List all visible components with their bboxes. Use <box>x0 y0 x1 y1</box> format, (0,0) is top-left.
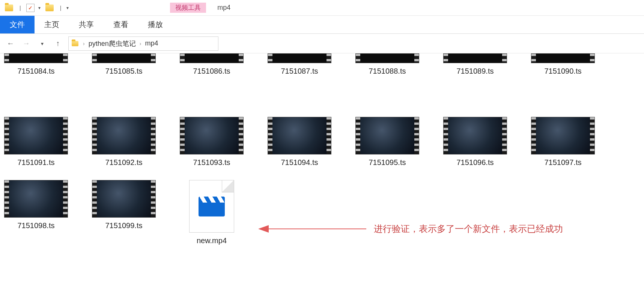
tab-play[interactable]: 播放 <box>138 16 173 33</box>
video-thumbnail <box>92 180 156 218</box>
file-item[interactable]: 7151086.ts <box>179 53 244 76</box>
tab-file[interactable]: 文件 <box>0 16 35 33</box>
file-name: 7151096.ts <box>457 158 494 167</box>
file-item[interactable]: 7151087.ts <box>267 53 332 76</box>
tab-share[interactable]: 共享 <box>69 16 104 33</box>
file-item[interactable]: 7151098.ts <box>4 180 68 245</box>
quick-access-toolbar: | ✓ ▾ | ▾ <box>0 3 72 13</box>
qat-separator: | <box>18 5 23 11</box>
tab-home[interactable]: 主页 <box>35 16 69 33</box>
breadcrumb-item-2[interactable]: mp4 <box>145 39 158 47</box>
address-folder-icon <box>71 40 79 47</box>
video-thumbnail <box>92 117 156 154</box>
forward-button[interactable]: → <box>21 38 32 49</box>
video-thumbnail <box>355 117 419 154</box>
file-item[interactable]: 7151097.ts <box>531 117 595 167</box>
breadcrumb-sep-2: › <box>138 41 143 47</box>
titlebar: | ✓ ▾ | ▾ 视频工具 mp4 <box>0 0 644 16</box>
navigation-bar: ← → ▾ ↑ › pythen爬虫笔记 › mp4 <box>0 34 644 53</box>
file-item[interactable]: 7151090.ts <box>531 53 595 76</box>
file-name: 7151088.ts <box>369 67 406 76</box>
file-item[interactable]: 7151091.ts <box>4 117 68 167</box>
file-name: 7151087.ts <box>281 67 318 76</box>
video-thumbnail <box>268 117 331 154</box>
file-name: 7151099.ts <box>105 221 143 230</box>
file-item[interactable]: 7151093.ts <box>179 117 244 167</box>
video-thumbnail <box>4 53 68 63</box>
file-name: 7151094.ts <box>281 158 318 167</box>
breadcrumb-item-1[interactable]: pythen爬虫笔记 <box>89 39 136 48</box>
file-item[interactable]: 7151095.ts <box>355 117 420 167</box>
file-item[interactable]: 7151088.ts <box>355 53 420 76</box>
breadcrumb-sep: › <box>81 41 86 47</box>
video-thumbnail <box>92 53 156 63</box>
file-name: 7151095.ts <box>369 158 406 167</box>
window-title: mp4 <box>217 4 230 12</box>
video-thumbnail <box>531 117 595 154</box>
file-item[interactable]: new.mp4 <box>179 180 244 245</box>
video-tools-label: 视频工具 <box>170 3 206 13</box>
file-name: 7151098.ts <box>18 221 55 230</box>
file-item[interactable]: 7151085.ts <box>92 53 156 76</box>
file-name: 7151092.ts <box>105 158 143 167</box>
contextual-tab-header: 视频工具 <box>170 3 206 13</box>
qat-dropdown-customize-icon[interactable]: ▾ <box>66 5 69 11</box>
video-thumbnail <box>180 117 244 154</box>
qat-dropdown-icon[interactable]: ▾ <box>38 5 41 11</box>
up-button[interactable]: ↑ <box>53 38 63 49</box>
file-name: 7151091.ts <box>18 158 55 167</box>
mp4-file-icon <box>189 180 234 233</box>
properties-icon[interactable]: ✓ <box>26 4 35 12</box>
video-thumbnail <box>268 53 331 63</box>
ribbon-tabs: 文件 主页 共享 查看 播放 <box>0 16 644 34</box>
address-bar[interactable]: › pythen爬虫笔记 › mp4 <box>68 36 218 51</box>
file-item[interactable]: 7151099.ts <box>92 180 156 245</box>
file-item[interactable]: 7151096.ts <box>443 117 507 167</box>
file-item[interactable]: 7151089.ts <box>443 53 507 76</box>
video-thumbnail <box>4 117 68 154</box>
file-item[interactable]: 7151084.ts <box>4 53 68 76</box>
file-name: 7151085.ts <box>105 67 143 76</box>
file-pane[interactable]: 7151084.ts 7151085.ts 7151086.ts 7151087… <box>0 53 644 253</box>
file-item[interactable]: 7151094.ts <box>267 117 332 167</box>
file-name: 7151090.ts <box>545 67 582 76</box>
file-name: new.mp4 <box>197 236 227 245</box>
history-dropdown-icon[interactable]: ▾ <box>37 38 47 49</box>
video-thumbnail <box>180 53 244 63</box>
file-name: 7151097.ts <box>545 158 582 167</box>
file-name: 7151093.ts <box>193 158 230 167</box>
file-name: 7151084.ts <box>18 67 55 76</box>
video-thumbnail <box>531 53 595 63</box>
video-thumbnail <box>443 117 507 154</box>
video-thumbnail <box>443 53 507 63</box>
qat-separator-2: | <box>59 5 63 11</box>
back-button[interactable]: ← <box>5 38 16 49</box>
folder-icon[interactable] <box>4 3 14 13</box>
video-thumbnail <box>4 180 68 218</box>
file-name: 7151089.ts <box>457 67 494 76</box>
clapperboard-icon <box>199 196 225 216</box>
video-thumbnail <box>355 53 419 63</box>
file-name: 7151086.ts <box>193 67 230 76</box>
tab-view[interactable]: 查看 <box>104 16 138 33</box>
file-item[interactable]: 7151092.ts <box>92 117 156 167</box>
open-folder-icon[interactable] <box>44 3 55 13</box>
